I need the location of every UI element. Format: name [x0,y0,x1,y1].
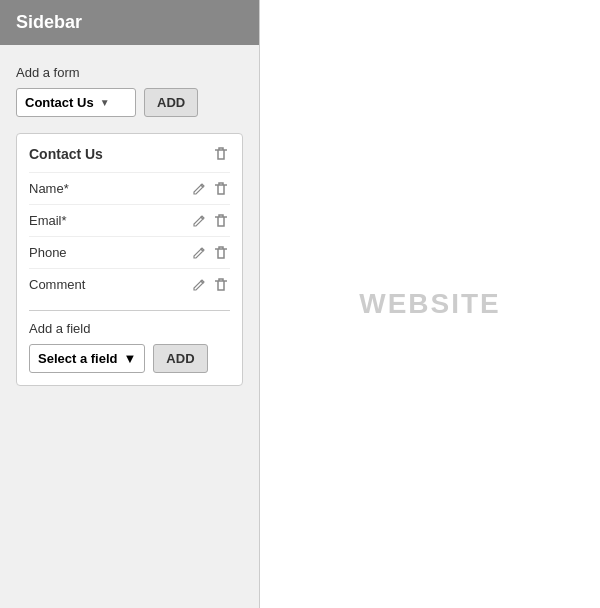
delete-field-button[interactable] [212,182,230,196]
add-field-button[interactable]: ADD [153,344,207,373]
field-name: Name* [29,181,69,196]
field-row: Name* [29,172,230,204]
form-dropdown-value: Contact Us [25,95,94,110]
add-form-button[interactable]: ADD [144,88,198,117]
add-form-row: Contact Us ▼ ADD [16,88,243,117]
field-dropdown-value: Select a field [38,351,117,366]
section-divider [29,310,230,311]
edit-field-button[interactable] [190,246,208,260]
chevron-down-icon: ▼ [123,351,136,366]
chevron-down-icon: ▼ [100,97,110,108]
sidebar-content: Add a form Contact Us ▼ ADD Contact Us [0,45,259,406]
website-watermark: WEBSITE [359,288,501,320]
delete-field-button[interactable] [212,214,230,228]
edit-field-button[interactable] [190,182,208,196]
field-name: Phone [29,245,67,260]
field-name: Comment [29,277,85,292]
fields-list: Name* [29,172,230,300]
add-form-label: Add a form [16,65,243,80]
form-card-header: Contact Us [29,146,230,162]
field-row: Email* [29,204,230,236]
edit-icon [192,246,206,260]
edit-icon [192,182,206,196]
trash-icon [214,246,228,260]
add-field-label: Add a field [29,321,230,336]
field-actions [190,182,230,196]
trash-icon [214,214,228,228]
trash-icon [214,147,228,161]
field-row: Comment [29,268,230,300]
field-actions [190,246,230,260]
edit-field-button[interactable] [190,278,208,292]
edit-icon [192,214,206,228]
field-dropdown[interactable]: Select a field ▼ [29,344,145,373]
sidebar-title: Sidebar [16,12,82,32]
trash-icon [214,278,228,292]
form-card-title: Contact Us [29,146,103,162]
field-actions [190,214,230,228]
edit-field-button[interactable] [190,214,208,228]
field-row: Phone [29,236,230,268]
delete-form-button[interactable] [212,147,230,161]
delete-field-button[interactable] [212,246,230,260]
sidebar-header: Sidebar [0,0,259,45]
sidebar: Sidebar Add a form Contact Us ▼ ADD Cont… [0,0,260,608]
field-name: Email* [29,213,67,228]
trash-icon [214,182,228,196]
field-actions [190,278,230,292]
add-field-row: Select a field ▼ ADD [29,344,230,373]
add-form-section: Add a form Contact Us ▼ ADD [16,65,243,117]
main-area: WEBSITE [260,0,600,608]
delete-field-button[interactable] [212,278,230,292]
form-card: Contact Us Name* [16,133,243,386]
edit-icon [192,278,206,292]
form-dropdown[interactable]: Contact Us ▼ [16,88,136,117]
add-field-section: Add a field Select a field ▼ ADD [29,321,230,373]
